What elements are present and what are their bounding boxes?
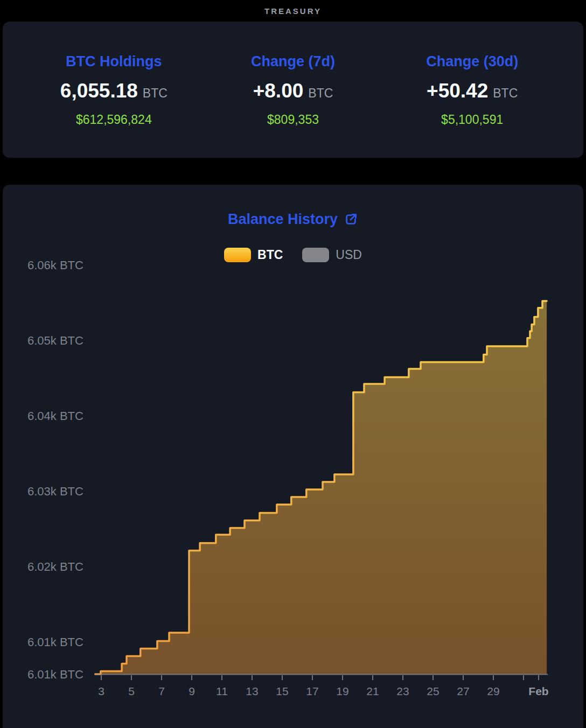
usd-legend-swatch — [302, 248, 329, 262]
stat-usd-value: $612,596,824 — [76, 111, 152, 128]
stat-usd-value: $5,100,591 — [441, 111, 503, 128]
x-axis-label: 21 — [366, 685, 379, 697]
legend-item-btc[interactable]: BTC — [224, 248, 283, 262]
x-axis-label: 27 — [457, 685, 469, 697]
x-axis-label: 19 — [336, 685, 348, 697]
top-bar: TREASURY — [0, 0, 586, 22]
stat-label: Change (7d) — [251, 52, 335, 71]
x-axis-label: 25 — [427, 685, 439, 697]
x-axis-label: 29 — [487, 685, 499, 697]
stat-value-row: +50.42 BTC — [427, 79, 518, 105]
chart-legend: BTC USD — [3, 248, 583, 262]
x-axis-label: 17 — [306, 685, 318, 697]
x-axis-label: 5 — [128, 685, 135, 697]
stat-value: +50.42 — [427, 79, 488, 103]
stat-unit: BTC — [143, 81, 168, 105]
y-axis-label: 6.01k BTC — [27, 668, 83, 681]
y-axis-labels: 6.06k BTC6.05k BTC6.04k BTC6.03k BTC6.02… — [27, 258, 83, 681]
stat-value: 6,055.18 — [60, 79, 138, 103]
balance-history-chart: 357911131517192123252729Feb6.06k BTC6.05… — [3, 185, 583, 728]
x-axis-label: Feb — [528, 685, 548, 697]
stat-label: Change (30d) — [426, 52, 518, 71]
stats-row: BTC Holdings 6,055.18 BTC $612,596,824 C… — [3, 22, 583, 158]
stat-value: +8.00 — [253, 79, 304, 103]
x-axis-label: 11 — [216, 685, 228, 697]
y-axis-label: 6.03k BTC — [27, 485, 83, 498]
stat-value-row: +8.00 BTC — [253, 79, 333, 105]
btc-area-fill — [95, 301, 547, 674]
y-axis-label: 6.02k BTC — [27, 560, 83, 573]
x-axis-label: 7 — [158, 685, 165, 697]
x-axis-label: 3 — [98, 685, 104, 697]
usd-legend-label: USD — [336, 248, 362, 262]
y-axis-label: 6.05k BTC — [27, 334, 83, 347]
stat-unit: BTC — [308, 81, 333, 105]
x-axis-label: 9 — [189, 685, 195, 697]
stat-change-7d: Change (7d) +8.00 BTC $809,353 — [204, 22, 383, 158]
treasury-stats-card: BTC Holdings 6,055.18 BTC $612,596,824 C… — [3, 22, 583, 158]
x-axis-label: 13 — [246, 685, 258, 697]
stat-btc-holdings: BTC Holdings 6,055.18 BTC $612,596,824 — [24, 22, 204, 158]
chart-title-row[interactable]: Balance History — [3, 211, 583, 228]
x-axis-label: 15 — [276, 685, 288, 697]
btc-legend-swatch — [224, 248, 251, 262]
chart-title[interactable]: Balance History — [228, 211, 338, 228]
external-link-icon[interactable] — [344, 212, 358, 227]
stat-usd-value: $809,353 — [267, 111, 319, 128]
x-axis-label: 23 — [396, 685, 409, 697]
stat-unit: BTC — [493, 81, 518, 105]
balance-history-card: 357911131517192123252729Feb6.06k BTC6.05… — [3, 185, 583, 728]
page-title: TREASURY — [264, 6, 322, 16]
y-axis-label: 6.04k BTC — [27, 409, 83, 423]
y-axis-label: 6.01k BTC — [27, 635, 83, 649]
btc-legend-label: BTC — [257, 248, 283, 262]
stat-value-row: 6,055.18 BTC — [60, 79, 168, 105]
stat-label: BTC Holdings — [66, 52, 162, 71]
stat-change-30d: Change (30d) +50.42 BTC $5,100,591 — [382, 22, 562, 158]
legend-item-usd[interactable]: USD — [302, 248, 362, 262]
x-axis: 357911131517192123252729Feb — [95, 675, 549, 698]
